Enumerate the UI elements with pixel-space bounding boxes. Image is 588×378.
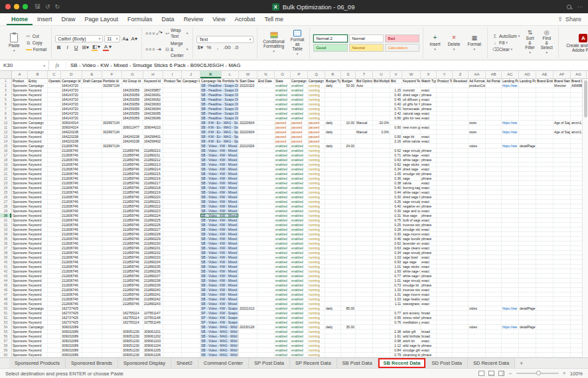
cell-J2[interactable] — [182, 84, 200, 88]
cell-A15[interactable]: Sponsored — [12, 144, 28, 148]
cell-S21[interactable] — [341, 172, 356, 176]
cell-C48[interactable] — [48, 297, 61, 301]
cell-T48[interactable] — [356, 297, 373, 301]
cell-M25[interactable] — [239, 190, 257, 194]
cell-K59[interactable]: SB - Video - MAG - Wild Flo — [200, 348, 239, 352]
cell-W38[interactable]: sage smudging — [402, 251, 421, 255]
cell-AF2[interactable]: Moroistr — [553, 84, 571, 88]
cell-T12[interactable]: Manual — [356, 130, 373, 134]
cell-H53[interactable]: 107551149 — [143, 320, 163, 324]
cell-AD48[interactable] — [519, 297, 536, 301]
cell-D56[interactable]: 309032089 — [61, 334, 82, 338]
cell-M35[interactable] — [239, 237, 257, 241]
cell-AF48[interactable] — [553, 297, 571, 301]
cell-F18[interactable] — [102, 158, 122, 162]
cell-X4[interactable]: phrase — [421, 93, 437, 97]
cell-C7[interactable] — [48, 107, 61, 111]
cell-O39[interactable]: enabled — [275, 255, 291, 259]
cell-U52[interactable] — [373, 316, 390, 320]
cell-A27[interactable]: Sponsored — [12, 200, 28, 204]
cell-Q52[interactable]: running — [308, 316, 325, 320]
cell-X34[interactable]: exact — [421, 232, 437, 236]
cell-D16[interactable]: 211836746 — [61, 149, 82, 153]
cell-AE27[interactable] — [536, 200, 553, 204]
cell-I26[interactable] — [163, 195, 182, 199]
cell-D55[interactable]: 309032089 — [61, 330, 82, 334]
cell-Y7[interactable] — [437, 107, 453, 111]
row-header-31[interactable]: 31 — [0, 218, 12, 222]
cell-H34[interactable]: 211890228 — [143, 232, 163, 236]
redo-icon[interactable]: ↻ — [55, 3, 60, 10]
cell-Q13[interactable]: paused — [308, 135, 325, 139]
cut-button[interactable]: ✂Cut — [25, 33, 48, 39]
cell-C1[interactable]: Operation — [48, 79, 61, 83]
cell-S2[interactable]: 50.00 — [341, 84, 356, 88]
cell-AE29[interactable] — [536, 209, 553, 213]
cell-G17[interactable]: 211859746 — [122, 153, 143, 157]
cell-P58[interactable]: enabled — [291, 344, 308, 347]
cell-A50[interactable]: Sponsored — [12, 306, 28, 310]
cell-H17[interactable]: 211890211 — [143, 153, 163, 157]
cell-I27[interactable] — [163, 200, 182, 204]
sheet-tab-command-center[interactable]: Command Center — [198, 358, 249, 368]
cell-H60[interactable]: 309061206 — [143, 353, 163, 357]
cell-A36[interactable]: Sponsored — [12, 241, 28, 245]
row-header-32[interactable]: 32 — [0, 223, 12, 227]
cell-AE7[interactable] — [536, 107, 553, 111]
cell-E50[interactable] — [82, 306, 102, 310]
cell-I53[interactable] — [163, 320, 182, 324]
cell-Y34[interactable] — [437, 232, 453, 236]
cell-A11[interactable]: Sponsored — [12, 125, 28, 129]
cell-N57[interactable] — [257, 339, 275, 343]
cell-AC16[interactable] — [502, 149, 519, 153]
cell-D24[interactable]: 211836746 — [61, 186, 82, 190]
cell-N13[interactable] — [257, 135, 275, 139]
cell-AB38[interactable] — [486, 251, 502, 255]
cell-M55[interactable] — [239, 330, 257, 334]
cell-H5[interactable]: 164236062 — [143, 97, 163, 101]
cell-AC6[interactable] — [502, 102, 519, 106]
cell-G1[interactable]: Ad Group Id — [122, 79, 143, 83]
cell-M41[interactable] — [239, 265, 257, 269]
cell-W60[interactable]: cleansing kit — [402, 353, 421, 357]
cell-T50[interactable] — [356, 306, 373, 310]
cell-AE57[interactable] — [536, 339, 553, 343]
cell-AD23[interactable] — [519, 181, 536, 185]
cell-C25[interactable] — [48, 190, 61, 194]
cell-P42[interactable]: enabled — [291, 269, 308, 273]
cell-C45[interactable] — [48, 283, 61, 287]
cell-G59[interactable]: 309051230 — [122, 348, 143, 352]
cell-AD8[interactable] — [519, 111, 536, 115]
cell-AA36[interactable] — [469, 241, 486, 245]
cell-U16[interactable] — [373, 149, 390, 153]
row-header-49[interactable]: 49 — [0, 302, 12, 306]
cell-P51[interactable]: enabled — [291, 311, 308, 315]
cell-Q40[interactable]: running — [308, 260, 325, 264]
cell-Y5[interactable] — [437, 97, 453, 101]
cell-W25[interactable]: white sage bundle — [402, 190, 421, 194]
cell-T19[interactable] — [356, 162, 373, 166]
cell-P8[interactable]: enabled — [291, 111, 308, 115]
cell-D43[interactable]: 211836746 — [61, 274, 82, 278]
cell-F7[interactable] — [102, 107, 122, 111]
cell-N41[interactable] — [257, 265, 275, 269]
cell-M49[interactable] — [239, 302, 257, 306]
cell-B45[interactable]: Keyword — [28, 283, 48, 287]
cell-J29[interactable] — [182, 209, 200, 213]
cell-AC3[interactable] — [502, 88, 519, 92]
column-header-F[interactable]: F — [102, 71, 122, 78]
cell-M32[interactable] — [239, 223, 257, 227]
cell-H27[interactable]: 211890221 — [143, 200, 163, 204]
cell-O13[interactable]: paused — [275, 135, 291, 139]
cell-AA52[interactable] — [469, 316, 486, 320]
cell-AD54[interactable]: detailPage — [519, 325, 536, 329]
column-header-V[interactable]: V — [390, 71, 402, 78]
cell-AB56[interactable] — [486, 334, 502, 338]
cell-O35[interactable]: enabled — [275, 237, 291, 241]
cell-U12[interactable]: 0.0% — [373, 130, 390, 134]
cell-X28[interactable]: phrase — [421, 204, 437, 208]
cell-C41[interactable] — [48, 265, 61, 269]
zoom-slider-knob[interactable] — [536, 371, 541, 375]
cell-V37[interactable]: 0.63 — [390, 246, 402, 250]
cell-G5[interactable]: 164159359 — [122, 97, 143, 101]
